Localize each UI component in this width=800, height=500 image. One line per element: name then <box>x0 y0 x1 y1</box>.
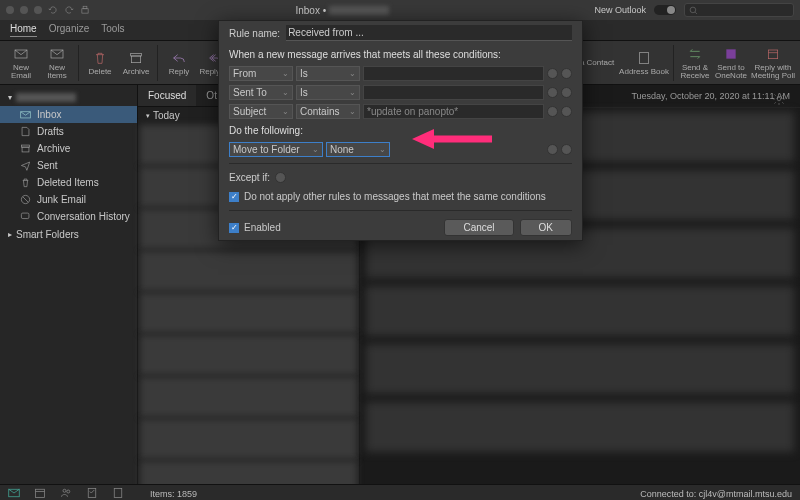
preview-content <box>366 286 794 336</box>
people-icon[interactable] <box>60 487 72 499</box>
action-select[interactable]: Move to Folder <box>229 142 323 157</box>
account-header[interactable]: ▾ <box>0 89 137 106</box>
items-count: Items: 1859 <box>150 489 197 499</box>
tab-focused[interactable]: Focused <box>138 85 196 106</box>
account-blur <box>329 6 389 15</box>
message-item[interactable] <box>140 251 357 291</box>
svg-rect-13 <box>22 147 29 152</box>
archive-button[interactable]: Archive <box>119 43 153 83</box>
cancel-button[interactable]: Cancel <box>444 219 513 236</box>
tab-tools[interactable]: Tools <box>101 23 124 37</box>
folder-deleted[interactable]: Deleted Items <box>0 174 137 191</box>
svg-rect-22 <box>114 488 122 497</box>
rule-name-label: Rule name: <box>229 28 280 39</box>
print-icon[interactable] <box>80 5 90 15</box>
remove-condition-button[interactable] <box>547 68 558 79</box>
condition-field-select[interactable]: Sent To <box>229 85 293 100</box>
svg-rect-15 <box>21 213 29 219</box>
condition-op-select[interactable]: Is <box>296 85 360 100</box>
maximize-window-icon[interactable] <box>34 6 42 14</box>
except-if-label: Except if: <box>229 172 270 183</box>
conditions-header: When a new message arrives that meets al… <box>219 45 582 64</box>
message-item[interactable] <box>140 419 357 459</box>
send-receive-button[interactable]: Send & Receive <box>678 43 712 83</box>
search-icon <box>689 6 698 15</box>
reply-meeting-button[interactable]: Reply with Meeting Poll <box>750 43 796 83</box>
svg-rect-8 <box>639 52 648 63</box>
message-item[interactable] <box>140 293 357 333</box>
remove-condition-button[interactable] <box>547 87 558 98</box>
connection-status: Connected to: cjl4v@mtmail.mtsu.edu <box>640 489 792 499</box>
message-item[interactable] <box>140 377 357 417</box>
rules-dialog: Rule name: When a new message arrives th… <box>218 20 583 241</box>
message-item[interactable] <box>140 335 357 375</box>
condition-op-select[interactable]: Is <box>296 66 360 81</box>
ok-button[interactable]: OK <box>520 219 572 236</box>
folder-sent[interactable]: Sent <box>0 157 137 174</box>
message-date: Tuesday, October 20, 2020 at 11:11 AM <box>631 91 790 101</box>
remove-action-button[interactable] <box>547 144 558 155</box>
titlebar: Inbox • New Outlook <box>0 0 800 20</box>
tab-organize[interactable]: Organize <box>49 23 90 37</box>
new-email-button[interactable]: New Email <box>4 43 38 83</box>
contact-button[interactable]: a Contact <box>577 43 617 83</box>
preview-content <box>366 402 794 452</box>
remove-condition-button[interactable] <box>547 106 558 117</box>
folder-conversation-history[interactable]: Conversation History <box>0 208 137 225</box>
minimize-window-icon[interactable] <box>20 6 28 14</box>
svg-point-19 <box>63 489 66 492</box>
mail-icon[interactable] <box>8 487 20 499</box>
window-title: Inbox • <box>295 5 326 16</box>
address-book-button[interactable]: Address Book <box>619 43 669 83</box>
condition-op-select[interactable]: Contains <box>296 104 360 119</box>
calendar-icon[interactable] <box>34 487 46 499</box>
svg-rect-18 <box>36 489 45 497</box>
condition-value-input[interactable]: *update on panopto* <box>363 104 544 119</box>
add-condition-button[interactable] <box>561 87 572 98</box>
svg-rect-21 <box>88 488 96 497</box>
tab-home[interactable]: Home <box>10 23 37 37</box>
new-outlook-toggle[interactable] <box>654 5 676 15</box>
enabled-checkbox[interactable]: ✓ <box>229 223 239 233</box>
add-action-button[interactable] <box>561 144 572 155</box>
smart-folders[interactable]: ▸Smart Folders <box>0 225 137 244</box>
gear-icon[interactable] <box>772 92 786 106</box>
svg-point-2 <box>690 7 696 13</box>
folder-junk[interactable]: Junk Email <box>0 191 137 208</box>
svg-rect-10 <box>768 50 777 59</box>
folder-drafts[interactable]: Drafts <box>0 123 137 140</box>
add-condition-button[interactable] <box>561 68 572 79</box>
action-target-select[interactable]: None <box>326 142 390 157</box>
reply-button[interactable]: Reply <box>162 43 196 83</box>
undo-icon[interactable] <box>48 5 58 15</box>
search-input[interactable] <box>684 3 794 17</box>
condition-field-select[interactable]: From <box>229 66 293 81</box>
add-exception-button[interactable] <box>275 172 286 183</box>
rule-name-input[interactable] <box>286 25 572 41</box>
svg-rect-6 <box>131 56 140 63</box>
stop-rules-label: Do not apply other rules to messages tha… <box>244 191 546 202</box>
preview-content <box>366 344 794 394</box>
tasks-icon[interactable] <box>86 487 98 499</box>
notes-icon[interactable] <box>112 487 124 499</box>
condition-value-input[interactable] <box>363 85 544 100</box>
svg-rect-1 <box>83 6 87 9</box>
delete-button[interactable]: Delete <box>83 43 117 83</box>
sidebar: ▾ Inbox Drafts Archive Sent Deleted Item… <box>0 85 138 500</box>
close-window-icon[interactable] <box>6 6 14 14</box>
svg-rect-0 <box>82 9 88 13</box>
svg-point-20 <box>67 490 70 493</box>
redo-icon[interactable] <box>64 5 74 15</box>
condition-value-input[interactable] <box>363 66 544 81</box>
svg-point-16 <box>777 97 781 101</box>
condition-field-select[interactable]: Subject <box>229 104 293 119</box>
svg-rect-9 <box>726 49 735 58</box>
new-items-button[interactable]: New Items <box>40 43 74 83</box>
send-onenote-button[interactable]: Send to OneNote <box>714 43 748 83</box>
stop-rules-checkbox[interactable]: ✓ <box>229 192 239 202</box>
new-outlook-label: New Outlook <box>594 5 646 15</box>
enabled-label: Enabled <box>244 222 281 233</box>
folder-inbox[interactable]: Inbox <box>0 106 137 123</box>
folder-archive[interactable]: Archive <box>0 140 137 157</box>
add-condition-button[interactable] <box>561 106 572 117</box>
